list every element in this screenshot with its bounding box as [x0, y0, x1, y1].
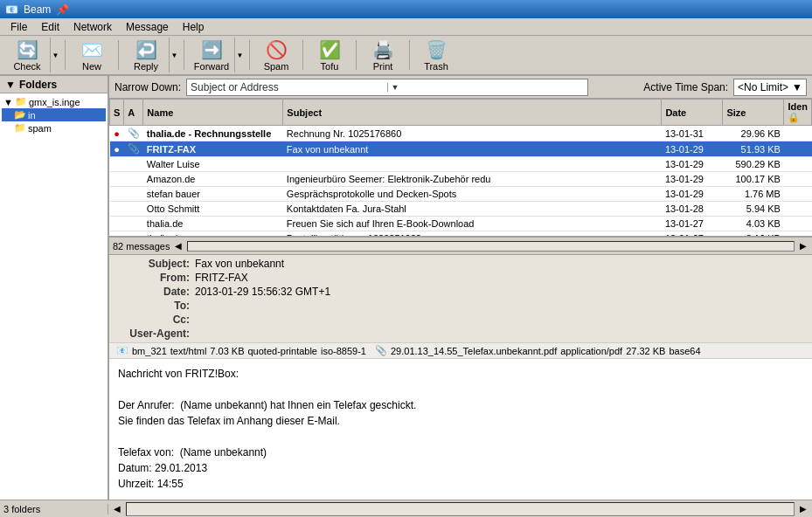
list-footer: 82 messages ◀ ▶: [109, 238, 812, 255]
folders-title: Folders: [19, 79, 57, 91]
status-scroll-right[interactable]: ▶: [798, 504, 809, 514]
msg-attachment: [124, 217, 143, 231]
time-select[interactable]: <No Limit> ▼: [733, 79, 807, 96]
att2-encoding: base64: [669, 346, 700, 356]
msg-date: 13-01-29: [662, 172, 723, 187]
table-row[interactable]: thalia.de Bestellbestätigung 1039351023 …: [110, 231, 812, 238]
menu-edit[interactable]: Edit: [34, 19, 66, 35]
sep5: [302, 40, 303, 70]
menu-file[interactable]: File: [3, 19, 34, 35]
narrowdown-input[interactable]: Subject or Address ▼: [186, 79, 588, 96]
new-icon: ✉️: [81, 39, 103, 60]
msg-size: 5.94 KB: [723, 202, 784, 217]
forward-button[interactable]: ➡️ Forward ▼: [188, 37, 246, 73]
trash-icon: 🗑️: [426, 39, 448, 60]
narrowdown-label: Narrow Down:: [115, 81, 181, 93]
toolbar: 🔄 Check ▼ ✉️ New ↩️ Reply ▼ ➡️ Forward ▼…: [0, 36, 812, 76]
folder-in-name: in: [28, 110, 36, 121]
col-name[interactable]: Name: [143, 100, 283, 126]
att1-icon: 📧: [116, 345, 128, 356]
table-row[interactable]: ● 📎 FRITZ-FAX Fax von unbekannt 13-01-29…: [110, 141, 812, 157]
col-subject[interactable]: Subject: [283, 100, 662, 126]
spam-button[interactable]: 🚫 Spam: [253, 38, 299, 72]
titlebar: 📧 Beam 📌: [0, 0, 812, 18]
msg-attachment: 📎: [124, 141, 143, 157]
folders-arrow[interactable]: ▼: [5, 79, 16, 91]
folder-icon: 📁: [15, 96, 27, 107]
msg-attachment: [124, 172, 143, 187]
folder-expand-icon: ▼: [3, 97, 13, 107]
scroll-right[interactable]: ▶: [798, 241, 809, 251]
table-row[interactable]: thalia.de Freuen Sie sich auf Ihren E-Bo…: [110, 217, 812, 231]
reply-button[interactable]: ↩️ Reply ▼: [122, 37, 180, 73]
table-row[interactable]: Amazon.de Ingenieurbüro Seemer: Elektron…: [110, 172, 812, 187]
cc-row: Cc:: [116, 313, 805, 327]
msg-subject: Fax von unbekannt: [283, 141, 662, 157]
att1-name: bm_321: [132, 346, 167, 356]
folder-spam[interactable]: 📁 spam: [2, 121, 106, 134]
message-rows: ● 📎 thalia.de - Rechnungsstelle Rechnung…: [110, 126, 812, 238]
reply-arrow[interactable]: ▼: [169, 38, 179, 72]
table-row[interactable]: Walter Luise 13-01-29 590.29 KB: [110, 157, 812, 172]
from-value: FRITZ-FAX: [195, 272, 805, 284]
table-header-row: S A Name Subject Date Size Iden🔒: [110, 100, 812, 126]
msg-status: [110, 187, 124, 202]
folder-spam-name: spam: [28, 123, 52, 134]
check-arrow[interactable]: ▼: [50, 38, 60, 72]
print-icon: 🖨️: [372, 39, 394, 60]
col-date[interactable]: Date: [662, 100, 723, 126]
col-a[interactable]: A: [124, 100, 143, 126]
menu-message[interactable]: Message: [119, 19, 176, 35]
msg-name: Otto Schmitt: [143, 202, 283, 217]
forward-arrow[interactable]: ▼: [234, 38, 245, 72]
table-row[interactable]: Otto Schmitt Kontaktdaten Fa. Jura-Stahl…: [110, 202, 812, 217]
to-label: To:: [116, 300, 195, 312]
msg-iden: [784, 126, 812, 141]
status-scroll-left[interactable]: ◀: [112, 504, 122, 514]
msg-attachment: [124, 157, 143, 172]
folder-root[interactable]: ▼ 📁 gmx_is.inge: [2, 95, 106, 108]
att1-encoding: quoted-printable: [247, 346, 317, 356]
tofu-button[interactable]: ✅ Tofu: [307, 38, 352, 72]
narrowdown-arrow[interactable]: ▼: [387, 83, 588, 92]
pin-icon: 📌: [56, 3, 69, 16]
msg-iden: [784, 202, 812, 217]
trash-button[interactable]: 🗑️ Trash: [413, 38, 459, 72]
message-list[interactable]: S A Name Subject Date Size Iden🔒 ● 📎 tha…: [109, 99, 812, 238]
attachment-1[interactable]: 📧 bm_321 text/html 7.03 KB quoted-printa…: [116, 345, 366, 356]
col-s[interactable]: S: [110, 100, 124, 126]
table-row[interactable]: stefan bauer Gesprächsprotokolle und Dec…: [110, 187, 812, 202]
msg-status: ●: [110, 126, 124, 141]
att1-size: 7.03 KB: [210, 346, 244, 356]
new-button[interactable]: ✉️ New: [69, 38, 115, 72]
col-size[interactable]: Size: [723, 100, 784, 126]
cc-value: [195, 314, 805, 326]
attachment-2[interactable]: 📎 29.01.13_14.55_Telefax.unbekannt.pdf a…: [375, 345, 701, 356]
msg-name: stefan bauer: [143, 187, 283, 202]
messages-table: S A Name Subject Date Size Iden🔒 ● 📎 tha…: [109, 99, 812, 238]
msg-size: 8.16 KB: [723, 231, 784, 238]
msg-size: 29.96 KB: [723, 126, 784, 141]
menu-help[interactable]: Help: [176, 19, 212, 35]
sep7: [409, 40, 410, 70]
folder-in[interactable]: 📂 in: [2, 108, 106, 121]
reply-icon: ↩️: [135, 39, 157, 60]
main-area: ▼ Folders ▼ 📁 gmx_is.inge 📂 in 📁 spam Na…: [0, 76, 812, 500]
att2-icon: 📎: [375, 345, 387, 356]
table-row[interactable]: ● 📎 thalia.de - Rechnungsstelle Rechnung…: [110, 126, 812, 141]
menu-network[interactable]: Network: [66, 19, 119, 35]
scroll-left[interactable]: ◀: [173, 241, 184, 251]
folder-spam-icon: 📁: [14, 122, 26, 134]
col-iden[interactable]: Iden🔒: [784, 100, 812, 126]
msg-size: 51.93 KB: [723, 141, 784, 157]
list-scrollbar[interactable]: [187, 241, 795, 252]
msg-iden: [784, 231, 812, 238]
msg-subject: Gesprächsprotokolle und Decken-Spots: [283, 187, 662, 202]
msg-subject: Bestellbestätigung 1039351023: [283, 231, 662, 238]
check-button[interactable]: 🔄 Check ▼: [3, 37, 61, 73]
narrowdown-bar: Narrow Down: Subject or Address ▼ Active…: [109, 76, 812, 99]
att1-charset: iso-8859-1: [321, 346, 366, 356]
print-button[interactable]: 🖨️ Print: [360, 38, 406, 72]
status-scrollbar[interactable]: [126, 502, 795, 516]
to-row: To:: [116, 299, 805, 313]
